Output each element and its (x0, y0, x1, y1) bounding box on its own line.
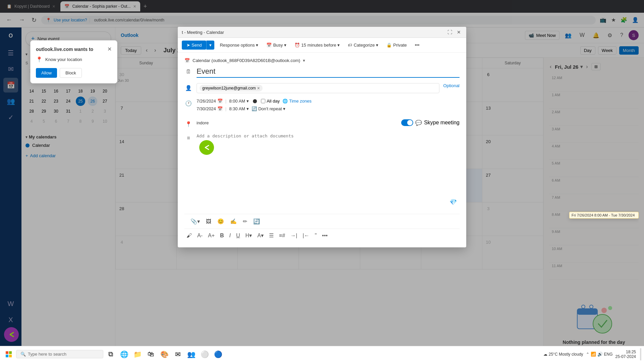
reminder-button[interactable]: ⏰ 15 minutes before ▾ (292, 41, 342, 49)
description-icon: ≡ (184, 134, 193, 142)
signature-button[interactable]: ✍ (228, 217, 239, 226)
taskbar-app-explorer[interactable]: 📁 (131, 348, 144, 360)
increase-font-button[interactable]: A+ (206, 231, 217, 240)
kopyst-logo-in-description (199, 140, 214, 155)
event-title-section: 🗓 (184, 67, 460, 78)
taskbar-clock[interactable]: 18:25 25-07-2024 (615, 350, 636, 359)
event-icon: 🗓 (184, 68, 193, 76)
taskbar-app-paint[interactable]: 🎨 (158, 348, 170, 360)
response-options-label: Response options (220, 43, 255, 48)
font-color-button[interactable]: A▾ (255, 231, 266, 240)
popup-close-button[interactable]: ✕ (107, 46, 112, 52)
categorize-button[interactable]: 🏷 Categorize ▾ (345, 41, 381, 49)
underline-button[interactable]: U (234, 231, 242, 240)
decrease-font-button[interactable]: A- (195, 231, 205, 240)
timezone-link[interactable]: 🌐 Time zones (282, 99, 312, 104)
calendar-account-name: Calendar (outlook_868F0D39A82D601B@outlo… (193, 58, 300, 63)
skype-toggle-switch[interactable] (401, 119, 413, 126)
outdent-button[interactable]: |← (301, 231, 311, 240)
weather-icon: ☁ (543, 352, 547, 357)
attendee-tag-1: greywilson12june@gmail.com × (200, 85, 263, 92)
description-textarea[interactable] (197, 133, 460, 207)
taskbar-app-chrome2[interactable]: 🔵 (212, 348, 224, 360)
popup-title: outlook.live.com wants to (36, 47, 93, 52)
image-button[interactable]: 🖼 (204, 217, 213, 226)
modal-expand-button[interactable]: ⛶ (446, 29, 453, 36)
datetime-section: 🕐 7/26/2024 📅 | 8:00 AM ▾ (184, 99, 460, 114)
allow-button[interactable]: Allow (36, 68, 57, 78)
end-time-input[interactable]: 8:30 AM ▾ (229, 106, 249, 111)
response-options-button[interactable]: Response options ▾ (217, 41, 261, 49)
kopyst-fab[interactable] (4, 327, 19, 342)
reminder-label: 15 minutes before (301, 43, 336, 48)
more-options-button[interactable]: ••• (412, 41, 422, 49)
status-button[interactable]: 📅 Busy ▾ (264, 41, 289, 49)
taskbar-app-teams[interactable]: 👥 (185, 348, 197, 360)
repeat-dropdown-button[interactable]: 🔄 Don't repeat ▾ (252, 106, 285, 111)
start-date-input[interactable]: 7/26/2024 📅 (197, 99, 223, 104)
highlight-button[interactable]: H▾ (244, 231, 254, 240)
send-icon: ➤ (186, 43, 190, 48)
attendee-remove-1[interactable]: × (257, 85, 260, 91)
private-button[interactable]: 🔒 Private (384, 41, 409, 49)
popup-location-text: Know your location (45, 57, 82, 62)
modal-close-button[interactable]: ✕ (455, 29, 462, 36)
show-desktop-button[interactable] (640, 348, 641, 360)
send-dropdown-button[interactable]: ▾ (206, 41, 214, 50)
time-separator-1: | (225, 99, 226, 104)
calendar-pick-icon-start[interactable]: 📅 (217, 99, 223, 104)
location-input[interactable] (197, 120, 401, 125)
system-tray: ⌃ 📶 🔊 ENG (586, 352, 613, 357)
draw-button[interactable]: ✏ (241, 217, 249, 226)
location-icon: 📍 (184, 120, 193, 128)
format-paint-button[interactable]: 🖌 (184, 231, 194, 240)
calendar-account-icon: 📅 (184, 58, 190, 63)
svg-rect-10 (9, 355, 12, 357)
ai-icon-in-description[interactable]: 💎 (449, 198, 457, 206)
taskbar: 🔍 Type here to search ⧉ 🌐 📁 🛍 🎨 ✉ 👥 ⚪ 🔵 … (0, 346, 644, 362)
start-button[interactable] (3, 348, 15, 360)
modal-header-icons: ⛶ ✕ (446, 29, 462, 36)
loop-button[interactable]: 🔄 (251, 217, 262, 226)
block-button[interactable]: Block (60, 68, 82, 78)
send-button[interactable]: ➤ Send (182, 41, 206, 50)
bold-button[interactable]: B (218, 231, 226, 240)
end-date-input[interactable]: 7/30/2024 📅 (197, 106, 223, 111)
indent-button[interactable]: →| (288, 231, 299, 240)
all-day-checkbox[interactable]: All day (261, 99, 280, 104)
svg-rect-9 (6, 355, 8, 357)
circle-icon (253, 99, 257, 103)
description-section: ≡ 💎 (184, 133, 460, 208)
volume-icon[interactable]: 🔊 (597, 352, 603, 357)
dropdown-icon: ▾ (256, 43, 258, 48)
attendee-name-1: greywilson12june@gmail.com (202, 86, 256, 90)
categorize-icon: 🏷 (348, 43, 352, 48)
show-hidden-icons[interactable]: ⌃ (586, 352, 589, 357)
taskbar-app-task-view[interactable]: ⧉ (105, 348, 117, 360)
all-day-input[interactable] (261, 99, 265, 103)
start-time-input[interactable]: 8:00 AM ▾ (229, 99, 249, 104)
bullets-button[interactable]: ☰ (267, 231, 276, 240)
calendar-pick-icon-end[interactable]: 📅 (217, 106, 223, 111)
taskbar-app-chrome[interactable]: ⚪ (199, 348, 211, 360)
timezone-label: Time zones (289, 99, 312, 104)
quote-button[interactable]: " (313, 231, 319, 240)
description-content: 💎 (197, 133, 460, 208)
attach-button[interactable]: 📎▾ (189, 217, 202, 226)
numbering-button[interactable]: ≡# (277, 231, 287, 240)
attendees-icon: 👤 (184, 84, 193, 92)
taskbar-app-mail[interactable]: ✉ (172, 348, 184, 360)
calendar-dropdown-arrow[interactable]: ▾ (303, 58, 305, 63)
taskbar-weather[interactable]: ☁ 25°C Mostly cloudy (543, 352, 583, 357)
taskbar-time-display: 18:25 (615, 350, 636, 354)
timezone-icon: 🌐 (282, 99, 288, 104)
taskbar-app-edge[interactable]: 🌐 (118, 348, 130, 360)
event-title-input[interactable] (197, 67, 460, 78)
taskbar-app-store[interactable]: 🛍 (145, 348, 157, 360)
emoji-button[interactable]: 😊 (215, 217, 226, 226)
taskbar-search-box[interactable]: 🔍 Type here to search (16, 350, 103, 358)
optional-link[interactable]: Optional (443, 83, 460, 88)
network-icon[interactable]: 📶 (591, 352, 596, 357)
more-format-button[interactable]: ••• (320, 231, 330, 240)
italic-button[interactable]: I (227, 231, 233, 240)
